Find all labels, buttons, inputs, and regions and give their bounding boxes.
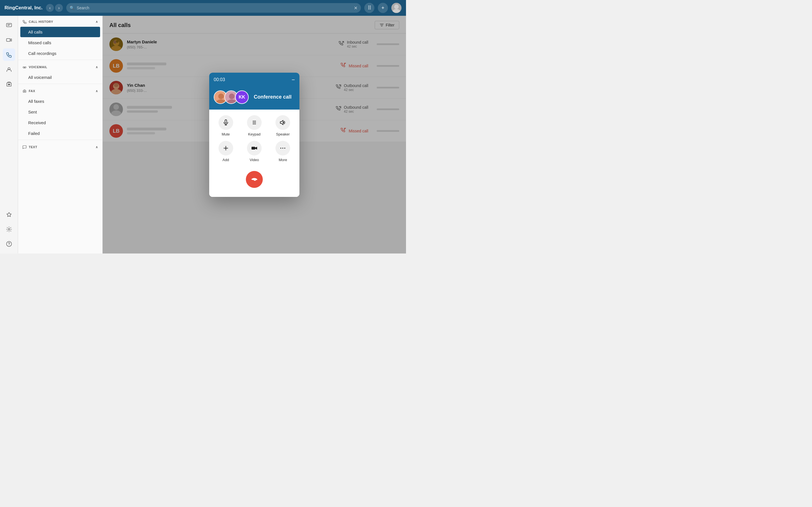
sidebar-video-btn[interactable] <box>3 34 15 46</box>
svg-point-31 <box>254 121 255 121</box>
svg-point-42 <box>285 148 286 149</box>
hangup-button[interactable] <box>246 171 263 188</box>
more-icon <box>275 141 290 156</box>
svg-point-40 <box>281 148 282 149</box>
voicemail-section-header[interactable]: VOICEMAIL ∧ <box>18 61 102 72</box>
svg-point-37 <box>254 123 255 124</box>
svg-rect-2 <box>6 23 11 27</box>
modal-controls: Mute Keypad <box>214 115 295 162</box>
nav-missed-calls[interactable]: Missed calls <box>20 38 100 48</box>
speaker-icon <box>275 115 290 130</box>
search-clear-icon[interactable]: ✕ <box>354 5 357 11</box>
modal-callers: KK Conference call <box>209 87 299 110</box>
topbar: RingCentral, Inc. ‹ › 🔍 ✕ ⠿ + <box>0 0 406 16</box>
add-button[interactable]: + <box>378 3 388 13</box>
call-history-section-header[interactable]: CALL HISTORY ∧ <box>18 16 102 26</box>
sidebar-fax-btn[interactable] <box>3 78 15 90</box>
text-section-header[interactable]: TEXT ∧ <box>18 141 102 152</box>
add-icon <box>218 141 233 156</box>
svg-rect-29 <box>225 120 227 123</box>
topbar-right: ⠿ + <box>364 3 402 13</box>
apps-grid-button[interactable]: ⠿ <box>364 3 374 13</box>
more-control[interactable]: More <box>271 141 295 162</box>
video-label: Video <box>250 158 259 162</box>
nav-forward-button[interactable]: › <box>55 4 63 12</box>
conference-call-label: Conference call <box>254 94 292 100</box>
svg-point-0 <box>394 4 399 9</box>
svg-point-35 <box>255 122 256 123</box>
main-content: All calls Filter Martyn Daniele (650) 76… <box>103 16 406 253</box>
nav-fax-failed[interactable]: Failed <box>20 128 100 138</box>
speaker-control[interactable]: Speaker <box>271 115 295 136</box>
svg-point-1 <box>393 9 400 13</box>
svg-point-24 <box>218 94 224 99</box>
sidebar-bottom <box>3 209 15 250</box>
help-btn[interactable] <box>3 238 15 250</box>
add-control[interactable]: Add <box>214 141 238 162</box>
settings-btn[interactable] <box>3 223 15 235</box>
call-history-label: CALL HISTORY <box>29 20 53 23</box>
keypad-icon <box>247 115 262 130</box>
search-icon: 🔍 <box>70 6 74 10</box>
svg-point-34 <box>254 122 255 123</box>
fax-header-left: FAX <box>22 89 35 93</box>
svg-point-9 <box>9 245 9 245</box>
mute-label: Mute <box>221 132 230 136</box>
svg-point-33 <box>253 122 253 123</box>
call-timer: 00:03 <box>214 77 225 82</box>
call-history-collapse-icon: ∧ <box>96 20 98 24</box>
keypad-label: Keypad <box>248 132 260 136</box>
conference-call-modal: 00:03 − KK Conference call <box>209 73 299 197</box>
modal-body: Mute Keypad <box>209 110 299 197</box>
voicemail-header-left: VOICEMAIL <box>22 65 47 69</box>
voicemail-label: VOICEMAIL <box>29 65 47 69</box>
fax-label: FAX <box>29 89 35 93</box>
text-label: TEXT <box>29 145 37 149</box>
svg-point-27 <box>229 94 235 99</box>
modal-overlay: 00:03 − KK Conference call <box>103 16 406 253</box>
app-title: RingCentral, Inc. <box>4 5 43 11</box>
nav-fax-sent[interactable]: Sent <box>20 107 100 117</box>
nav-back-button[interactable]: ‹ <box>46 4 54 12</box>
keypad-control[interactable]: Keypad <box>242 115 266 136</box>
search-input[interactable] <box>77 6 352 10</box>
text-collapse-icon: ∧ <box>96 145 98 149</box>
add-label: Add <box>222 158 229 162</box>
minimize-button[interactable]: − <box>292 76 295 83</box>
extensions-btn[interactable] <box>3 209 15 221</box>
svg-rect-6 <box>8 84 10 85</box>
svg-rect-13 <box>24 91 26 92</box>
sidebar-contacts-btn[interactable] <box>3 63 15 75</box>
video-control[interactable]: Video <box>242 141 266 162</box>
nav-all-faxes[interactable]: All faxes <box>20 96 100 107</box>
icon-sidebar <box>0 16 18 253</box>
video-icon <box>247 141 262 156</box>
svg-point-32 <box>255 121 256 121</box>
call-history-header-left: CALL HISTORY <box>22 20 53 24</box>
fax-collapse-icon: ∧ <box>96 89 98 93</box>
nav-buttons: ‹ › <box>46 4 63 12</box>
left-panel: CALL HISTORY ∧ All calls Missed calls Ca… <box>18 16 103 253</box>
sidebar-phone-btn[interactable] <box>3 48 15 61</box>
caller-avatars: KK <box>214 91 249 104</box>
mute-control[interactable]: Mute <box>214 115 238 136</box>
fax-section-header[interactable]: FAX ∧ <box>18 85 102 96</box>
caller-avatar-3: KK <box>235 91 249 104</box>
nav-all-voicemail[interactable]: All voicemail <box>20 72 100 82</box>
svg-point-36 <box>253 123 253 124</box>
nav-all-calls[interactable]: All calls <box>20 27 100 37</box>
svg-point-7 <box>8 228 10 230</box>
svg-point-30 <box>253 121 253 121</box>
text-header-left: TEXT <box>22 145 37 149</box>
nav-fax-received[interactable]: Received <box>20 117 100 128</box>
more-label: More <box>279 158 287 162</box>
svg-point-38 <box>255 123 256 124</box>
modal-header: 00:03 − <box>209 73 299 87</box>
svg-point-11 <box>25 67 26 68</box>
svg-rect-39 <box>252 147 255 150</box>
search-bar: 🔍 ✕ <box>66 3 361 13</box>
sidebar-messages-btn[interactable] <box>3 19 15 32</box>
nav-call-recordings[interactable]: Call recordings <box>20 48 100 59</box>
user-avatar[interactable] <box>391 3 402 13</box>
mute-icon <box>218 115 233 130</box>
